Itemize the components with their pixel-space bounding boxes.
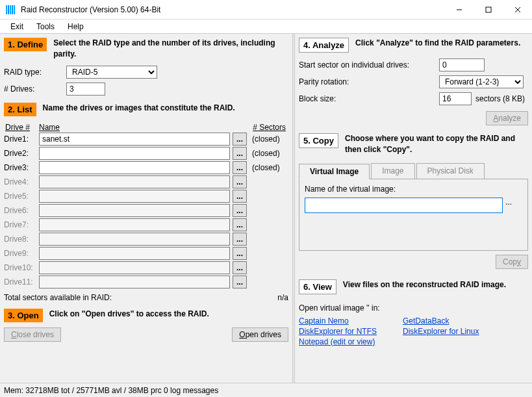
step3-label: 3. Open [4,309,43,322]
browse-drive-button[interactable]: ... [233,175,247,188]
browse-drive-button[interactable]: ... [233,218,247,231]
svg-rect-3 [12,5,13,14]
app-icon [5,5,16,15]
drive-row: Drive7:... [4,218,288,231]
drive-label: Drive3: [4,163,36,172]
step3-header: 3. Open Click on "Open drives" to access… [4,309,288,322]
total-sectors-row: Total sectors available in RAID: n/a [4,293,288,302]
hdr-drive-num: Drive # [5,123,39,132]
link-diskexplorer-linux[interactable]: DiskExplorer for Linux [403,327,479,336]
right-pane: 4. Analyze Click "Analyze" to find the R… [295,34,532,383]
drive-name-input[interactable] [39,247,230,260]
link-notepad[interactable]: Notepad (edit or view) [299,337,377,346]
block-input[interactable] [439,92,472,105]
menu-help[interactable]: Help [62,21,89,32]
minimize-button[interactable] [444,0,474,19]
copy-tabs: Virtual Image Image Physical Disk [299,163,528,179]
close-button[interactable] [503,0,532,19]
step4-header: 4. Analyze Click "Analyze" to find the R… [299,38,528,53]
drive-name-input[interactable] [39,161,230,174]
drive-label: Drive5: [4,192,36,201]
left-pane: 1. Define Select the RAID type and the n… [0,34,292,383]
drive-status: (closed) [249,134,288,144]
browse-virtual-button[interactable]: ... [505,198,522,213]
drive-name-input[interactable] [39,175,230,188]
step1-header: 1. Define Select the RAID type and the n… [4,38,288,60]
parity-select[interactable]: Forward (1-2-3) [439,75,524,88]
num-drives-input[interactable] [66,83,105,96]
drive-name-input[interactable] [39,204,230,217]
drive-name-input[interactable] [39,190,230,203]
start-sector-input[interactable] [439,58,485,71]
drive-label: Drive8: [4,235,36,244]
tab-physical[interactable]: Physical Disk [416,163,485,179]
drive-row: Drive8:... [4,233,288,246]
link-captain-nemo[interactable]: Captain Nemo [299,316,377,326]
open-drives-button[interactable]: Open drives [232,327,288,342]
browse-drive-button[interactable]: ... [233,133,247,146]
browse-drive-button[interactable]: ... [233,161,247,174]
statusbar: Mem: 32718MB tot / 25771MB avl / 38MB pr… [0,383,532,397]
browse-drive-button[interactable]: ... [233,275,247,288]
drive-name-input[interactable] [39,261,230,274]
parity-label: Parity rotation: [299,77,435,86]
drive-label: Drive10: [4,263,36,272]
tab-image[interactable]: Image [371,163,414,179]
step6-header: 6. View View files on the reconstructed … [299,279,528,294]
drive-name-input[interactable] [39,218,230,231]
drive-label: Drive6: [4,206,36,215]
raid-type-label: RAID type: [4,68,62,77]
analyze-button[interactable]: Analyze [486,111,528,125]
browse-drive-button[interactable]: ... [233,204,247,217]
step2-desc: Name the drives or images that constitut… [43,103,235,114]
drive-label: Drive1: [4,134,36,144]
hdr-drive-name: Name [39,123,243,132]
step6-label: 6. View [299,279,336,294]
menu-exit[interactable]: Exit [5,21,29,32]
hdr-sectors: # Sectors [243,123,288,132]
link-getdataback[interactable]: GetDataBack [403,316,479,326]
virtual-name-input[interactable] [305,198,503,213]
drive-list: Drive1:...(closed)Drive2:...(closed)Driv… [4,132,288,289]
step4-desc: Click "Analyze" to find the RAID paramet… [355,38,520,49]
step5-label: 5. Copy [299,133,338,148]
link-diskexplorer-ntfs[interactable]: DiskExplorer for NTFS [299,327,377,336]
copy-button[interactable]: Copy [496,255,528,269]
browse-drive-button[interactable]: ... [233,147,247,160]
view-links: Captain Nemo DiskExplorer for NTFS Notep… [299,316,528,346]
virtual-name-label: Name of the virtual image: [305,185,522,194]
browse-drive-button[interactable]: ... [233,261,247,274]
maximize-button[interactable] [474,0,503,19]
tab-virtual[interactable]: Virtual Image [299,164,370,179]
menu-tools[interactable]: Tools [31,21,60,32]
step5-header: 5. Copy Choose where you want to copy th… [299,133,528,155]
copy-tab-body: Name of the virtual image: ... [299,179,528,251]
browse-drive-button[interactable]: ... [233,233,247,246]
svg-rect-0 [6,5,7,14]
drive-name-input[interactable] [39,147,230,160]
total-sectors-label: Total sectors available in RAID: [4,293,277,302]
raid-type-select[interactable]: RAID-5 [66,66,157,79]
step4-label: 4. Analyze [299,38,349,53]
titlebar: Raid Reconstructor (Version 5.00) 64-Bit [0,0,532,19]
drive-row: Drive1:...(closed) [4,133,288,146]
browse-drive-button[interactable]: ... [233,190,247,203]
content: 1. Define Select the RAID type and the n… [0,34,532,383]
step1-label: 1. Define [4,38,47,51]
drive-label: Drive2: [4,149,36,158]
drive-name-input[interactable] [39,133,230,146]
svg-rect-2 [10,5,11,14]
drive-name-input[interactable] [39,233,230,246]
close-drives-button[interactable]: CClose driveslose drives [4,327,61,342]
step3-desc: Click on "Open drives" to access the RAI… [49,309,209,320]
drive-label: Drive4: [4,177,36,186]
drive-status: (closed) [249,163,288,172]
block-label: Block size: [299,94,435,103]
drive-name-input[interactable] [39,275,230,288]
browse-drive-button[interactable]: ... [233,247,247,260]
drive-row: Drive6:... [4,204,288,217]
step6-desc: View files on the reconstructed RAID ima… [343,279,506,290]
drive-label: Drive11: [4,277,36,287]
drive-row: Drive11:... [4,275,288,288]
drive-row: Drive5:... [4,190,288,203]
